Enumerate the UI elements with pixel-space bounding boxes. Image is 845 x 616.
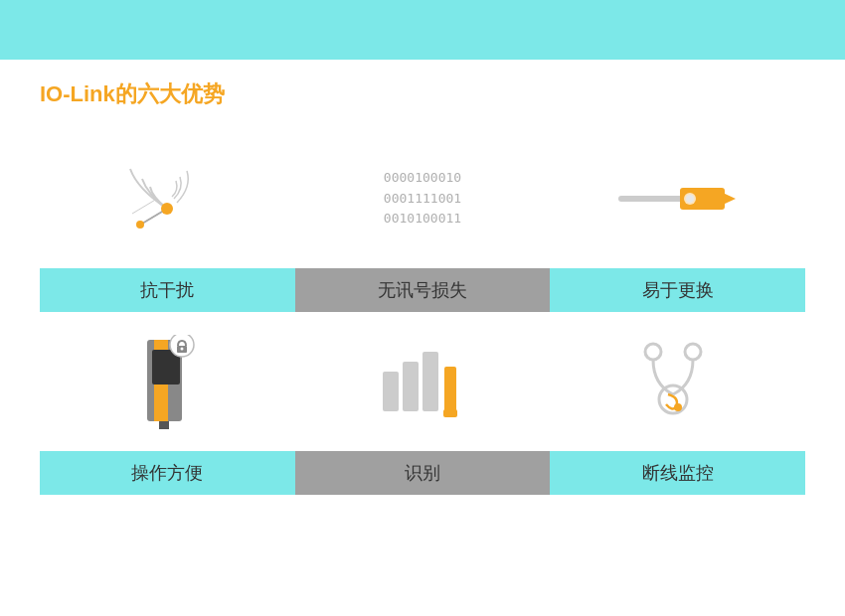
svg-rect-18 [403, 362, 419, 411]
svg-rect-20 [444, 367, 456, 411]
svg-marker-7 [723, 193, 736, 205]
svg-rect-21 [443, 409, 457, 417]
svg-point-22 [645, 344, 661, 360]
row2-labels: 操作方便 识别 断线监控 [40, 451, 805, 495]
main-content: IO-Link的六大优势 [0, 60, 845, 525]
svg-point-16 [181, 347, 184, 350]
row1-labels: 抗干扰 无讯号损失 易于更换 [40, 268, 805, 312]
svg-line-4 [132, 199, 157, 214]
stethoscope-cell [550, 322, 805, 441]
top-bar [0, 0, 845, 60]
device-lock-icon [132, 335, 202, 429]
stethoscope-icon [628, 340, 728, 424]
svg-rect-5 [618, 196, 683, 202]
label-easy-operation: 操作方便 [40, 451, 295, 495]
label-easy-replace: 易于更换 [550, 268, 805, 312]
svg-rect-19 [422, 352, 438, 411]
svg-point-9 [686, 195, 694, 203]
device-lock-cell [40, 322, 295, 441]
row1-icons: 0000100010 0001111001 0010100011 [40, 139, 805, 258]
svg-rect-17 [383, 372, 399, 411]
label-no-signal-loss: 无讯号损失 [295, 268, 551, 312]
antenna-icon-cell [40, 139, 295, 258]
svg-point-2 [161, 203, 173, 215]
bar-chart-icon [373, 342, 472, 421]
antenna-icon [112, 159, 222, 238]
svg-point-25 [674, 403, 682, 411]
svg-point-23 [685, 344, 701, 360]
binary-line-3: 0010100011 [384, 209, 461, 230]
binary-icon-cell: 0000100010 0001111001 0010100011 [295, 139, 551, 258]
label-anti-interference: 抗干扰 [40, 268, 295, 312]
label-identification: 识别 [295, 451, 551, 495]
row2-icons [40, 322, 805, 441]
label-wire-monitor: 断线监控 [550, 451, 805, 495]
connector-icon [618, 179, 738, 219]
binary-line-1: 0000100010 [384, 168, 461, 189]
binary-display: 0000100010 0001111001 0010100011 [384, 168, 461, 230]
svg-point-3 [136, 221, 144, 229]
svg-rect-13 [159, 421, 169, 429]
binary-line-2: 0001111001 [384, 189, 461, 210]
connector-icon-cell [550, 139, 805, 258]
page-title: IO-Link的六大优势 [40, 79, 805, 109]
bar-chart-cell [295, 322, 551, 441]
